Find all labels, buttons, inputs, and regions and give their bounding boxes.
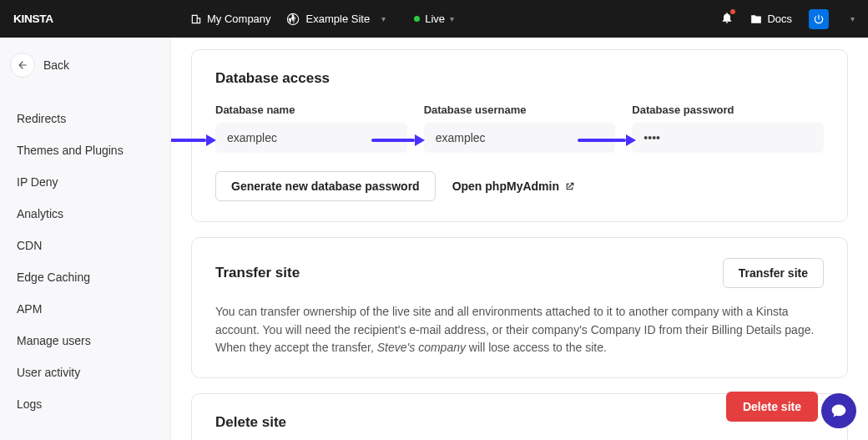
kinsta-logo[interactable]: KINSTA bbox=[13, 12, 82, 27]
site-name: Example Site bbox=[306, 13, 371, 25]
external-link-icon bbox=[564, 181, 575, 192]
db-pass-value[interactable]: •••• bbox=[632, 123, 824, 153]
card-title: Transfer site bbox=[215, 265, 300, 281]
generate-password-button[interactable]: Generate new database password bbox=[215, 171, 436, 201]
transfer-description: You can transfer ownership of the live s… bbox=[215, 303, 824, 357]
annotation-arrow bbox=[371, 136, 425, 144]
topbar: KINSTA My Company Example Site ▾ Live ▾ … bbox=[0, 0, 868, 38]
back-label: Back bbox=[43, 58, 69, 72]
database-access-card: Database access Database name examplec D… bbox=[191, 49, 848, 222]
avatar[interactable] bbox=[809, 9, 829, 29]
notification-badge bbox=[730, 9, 735, 14]
annotation-arrow bbox=[578, 136, 636, 144]
sidebar-item-themes-plugins[interactable]: Themes and Plugins bbox=[10, 134, 160, 166]
sidebar-item-user-activity[interactable]: User activity bbox=[10, 357, 160, 388]
folder-icon bbox=[750, 13, 762, 25]
building-icon bbox=[190, 13, 202, 25]
sidebar-item-ip-deny[interactable]: IP Deny bbox=[10, 166, 160, 198]
db-pass-label: Database password bbox=[632, 104, 824, 116]
db-user-label: Database username bbox=[424, 104, 616, 116]
sidebar-item-edge-caching[interactable]: Edge Caching bbox=[10, 261, 160, 293]
sidebar-item-apm[interactable]: APM bbox=[10, 293, 160, 325]
notifications-button[interactable] bbox=[720, 11, 734, 28]
delete-site-button[interactable]: Delete site bbox=[726, 392, 818, 422]
sidebar-item-redirects[interactable]: Redirects bbox=[10, 103, 160, 134]
chevron-down-icon: ▾ bbox=[381, 14, 386, 23]
arrow-left-icon bbox=[17, 59, 28, 71]
docs-link[interactable]: Docs bbox=[750, 13, 792, 25]
open-phpmyadmin-link[interactable]: Open phpMyAdmin bbox=[452, 180, 575, 193]
company-name: My Company bbox=[207, 13, 271, 25]
power-icon bbox=[813, 13, 825, 25]
wordpress-icon bbox=[286, 13, 300, 26]
status-dot bbox=[414, 16, 420, 22]
content: Database access Database name examplec D… bbox=[171, 38, 868, 440]
sidebar-item-analytics[interactable]: Analytics bbox=[10, 198, 160, 230]
chat-widget[interactable] bbox=[821, 393, 856, 428]
transfer-site-card: Transfer site Transfer site You can tran… bbox=[191, 237, 848, 378]
sidebar-item-manage-users[interactable]: Manage users bbox=[10, 325, 160, 357]
chat-icon bbox=[830, 402, 847, 419]
site-selector[interactable]: Example Site ▾ bbox=[286, 13, 386, 26]
chevron-down-icon[interactable]: ▾ bbox=[450, 14, 454, 23]
card-title: Database access bbox=[215, 70, 824, 87]
transfer-site-button[interactable]: Transfer site bbox=[723, 258, 824, 288]
annotation-arrow bbox=[171, 136, 216, 144]
sidebar-item-logs[interactable]: Logs bbox=[10, 388, 160, 420]
svg-text:KINSTA: KINSTA bbox=[13, 13, 53, 25]
company-selector[interactable]: My Company bbox=[190, 13, 271, 25]
sidebar-item-cdn[interactable]: CDN bbox=[10, 230, 160, 261]
db-name-label: Database name bbox=[215, 104, 407, 116]
env-label: Live bbox=[425, 13, 445, 25]
back-button[interactable] bbox=[10, 53, 35, 78]
chevron-down-icon[interactable]: ▾ bbox=[850, 14, 855, 23]
sidebar: Back Redirects Themes and Plugins IP Den… bbox=[0, 38, 171, 440]
